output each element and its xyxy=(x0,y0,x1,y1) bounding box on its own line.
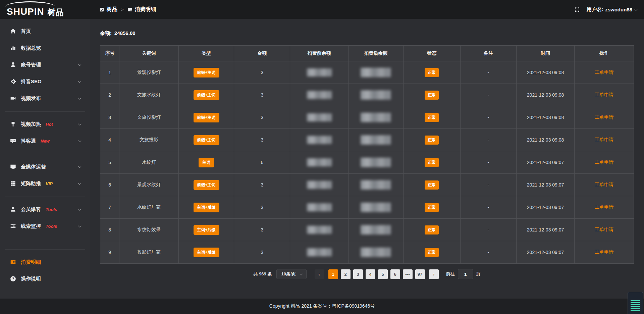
cell-note: - xyxy=(460,196,516,219)
pagination: 共 969 条 10条/页 ‹ 123456•••97 › 前往 页 xyxy=(100,269,634,279)
more-pages-button[interactable]: ••• xyxy=(403,269,413,279)
sidebar-item-video-publish[interactable]: 视频发布 xyxy=(5,90,85,107)
side-scroll-widget[interactable] xyxy=(628,292,643,314)
type-badge: 主词 xyxy=(199,158,214,167)
breadcrumb: 树品 > 消费明细 xyxy=(99,6,156,13)
chevron-down-icon xyxy=(77,63,82,67)
goto-page-input[interactable] xyxy=(458,269,473,279)
sidebar-item-video-heat[interactable]: 视频加热Hot xyxy=(5,116,85,133)
page-button-1[interactable]: 1 xyxy=(328,269,338,279)
sidebar-item-omni-media[interactable]: 全媒体运营 xyxy=(5,158,85,175)
cell-amount: 3 xyxy=(234,219,290,241)
cell-action: 工单申请 xyxy=(575,106,634,129)
sidebar-item-matrix-boost[interactable]: 矩阵助推VIP xyxy=(5,175,85,192)
masked-balance-value xyxy=(361,158,391,167)
cell-status: 正常 xyxy=(403,61,460,84)
footer: Copyright 树品 2021 备案号：粤ICP备09019646号 xyxy=(0,299,644,314)
chevron-down-icon xyxy=(77,224,82,228)
page-button-3[interactable]: 3 xyxy=(353,269,363,279)
chevron-down-icon xyxy=(77,181,82,186)
sidebar-item-home[interactable]: 首页 xyxy=(5,23,85,40)
ticket-apply-link[interactable]: 工单申请 xyxy=(595,69,613,75)
sidebar-item-label: 全媒体运营 xyxy=(21,164,46,170)
nav-group: 会员爆客Tools线索监控Tools xyxy=(5,197,85,236)
sidebar-item-label: 会员爆客 xyxy=(21,206,41,213)
next-page-button[interactable]: › xyxy=(429,269,439,279)
ticket-apply-link[interactable]: 工单申请 xyxy=(595,114,613,120)
cell-status: 正常 xyxy=(403,84,460,106)
table-row: 4文旅投影前缀+主词3正常-2021-12-03 09:08工单申请 xyxy=(100,129,634,151)
masked-balance-value xyxy=(307,226,332,234)
chevron-down-icon xyxy=(77,122,82,126)
username-value: zswodun88 xyxy=(605,7,632,12)
fullscreen-icon[interactable] xyxy=(574,7,580,12)
cell-index: 1 xyxy=(100,61,119,84)
sidebar-item-consumption-detail[interactable]: 消费明细 xyxy=(5,254,85,270)
sidebar-item-operation-guide[interactable]: ?操作说明 xyxy=(5,270,85,287)
cell-type: 前缀+主词 xyxy=(178,174,234,196)
user-menu[interactable]: 用户名: zswodun88 xyxy=(587,6,638,13)
sidebar-item-label: 线索监控 xyxy=(21,223,41,229)
sidebar-item-data-overview[interactable]: 数据总览 xyxy=(5,40,85,56)
chevron-down-icon xyxy=(77,80,82,84)
cell-action: 工单申请 xyxy=(575,174,634,196)
cell-type: 前缀+主词 xyxy=(178,61,234,84)
chevron-down-icon xyxy=(300,272,303,276)
cell-amount: 3 xyxy=(234,61,290,84)
ticket-apply-link[interactable]: 工单申请 xyxy=(595,249,613,255)
cell-amount: 3 xyxy=(234,129,290,151)
cell-balance-after xyxy=(348,84,403,106)
column-header: 时间 xyxy=(516,46,574,61)
sidebar-item-label: 视频发布 xyxy=(21,95,41,102)
prev-page-button[interactable]: ‹ xyxy=(315,269,324,279)
page-button-4[interactable]: 4 xyxy=(366,269,375,279)
goto-page: 前往 页 xyxy=(446,269,481,279)
logo-text-en: SHUPIN xyxy=(7,7,44,16)
ticket-apply-link[interactable]: 工单申请 xyxy=(595,92,613,97)
table-row: 5水纹灯主词6正常-2021-12-03 09:07工单申请 xyxy=(100,151,634,174)
masked-balance-value xyxy=(307,203,332,211)
status-badge: 正常 xyxy=(425,113,439,122)
chart-icon xyxy=(10,45,16,51)
ticket-apply-link[interactable]: 工单申请 xyxy=(595,182,613,187)
cell-status: 正常 xyxy=(403,174,460,196)
page-button-97[interactable]: 97 xyxy=(415,269,425,279)
ticket-apply-link[interactable]: 工单申请 xyxy=(595,137,613,142)
masked-balance-value xyxy=(361,225,391,234)
masked-balance-value xyxy=(307,136,332,144)
cell-amount: 3 xyxy=(234,174,290,196)
topbar: 树品 > 消费明细 用户名: zswodun88 xyxy=(90,0,644,19)
page-button-2[interactable]: 2 xyxy=(341,269,351,279)
cell-action: 工单申请 xyxy=(575,241,634,264)
ticket-apply-link[interactable]: 工单申请 xyxy=(595,227,613,232)
sidebar-item-member-burst[interactable]: 会员爆客Tools xyxy=(5,201,85,218)
sidebar-item-douyin-seo[interactable]: 抖音SEO xyxy=(5,73,85,90)
page-button-6[interactable]: 6 xyxy=(390,269,400,279)
page-button-5[interactable]: 5 xyxy=(378,269,388,279)
ticket-apply-link[interactable]: 工单申请 xyxy=(595,159,613,165)
sliders-icon xyxy=(10,223,16,229)
sidebar-item-lead-monitor[interactable]: 线索监控Tools xyxy=(5,218,85,234)
table-row: 8水纹灯效果主词+后缀3正常-2021-12-03 09:07工单申请 xyxy=(100,219,634,241)
status-badge: 正常 xyxy=(425,91,439,100)
sidebar-item-account-management[interactable]: 账号管理 xyxy=(5,56,85,73)
sidebar-item-douketong[interactable]: 抖客通New xyxy=(5,133,85,149)
cell-balance-after xyxy=(348,151,403,174)
cell-keyword: 投影灯厂家 xyxy=(119,241,179,264)
cell-balance-before xyxy=(290,219,348,241)
cell-status: 正常 xyxy=(403,219,460,241)
sidebar-item-label: 账号管理 xyxy=(21,62,41,68)
page-size-select[interactable]: 10条/页 xyxy=(276,269,306,279)
consumption-table: 序号关键词类型金额扣费前余额扣费后余额状态备注时间操作 1景观投影灯前缀+主词3… xyxy=(100,45,634,264)
ticket-apply-link[interactable]: 工单申请 xyxy=(595,204,613,210)
cell-action: 工单申请 xyxy=(575,84,634,106)
cell-time: 2021-12-03 09:08 xyxy=(516,84,574,106)
status-badge: 正常 xyxy=(425,248,439,257)
table-header-row: 序号关键词类型金额扣费前余额扣费后余额状态备注时间操作 xyxy=(100,46,634,61)
masked-balance-value xyxy=(361,203,391,212)
cell-type: 前缀+主词 xyxy=(178,106,234,129)
breadcrumb-root[interactable]: 树品 xyxy=(107,6,117,13)
masked-balance-value xyxy=(307,113,332,121)
cell-time: 2021-12-03 09:07 xyxy=(516,196,574,219)
cell-action: 工单申请 xyxy=(575,196,634,219)
